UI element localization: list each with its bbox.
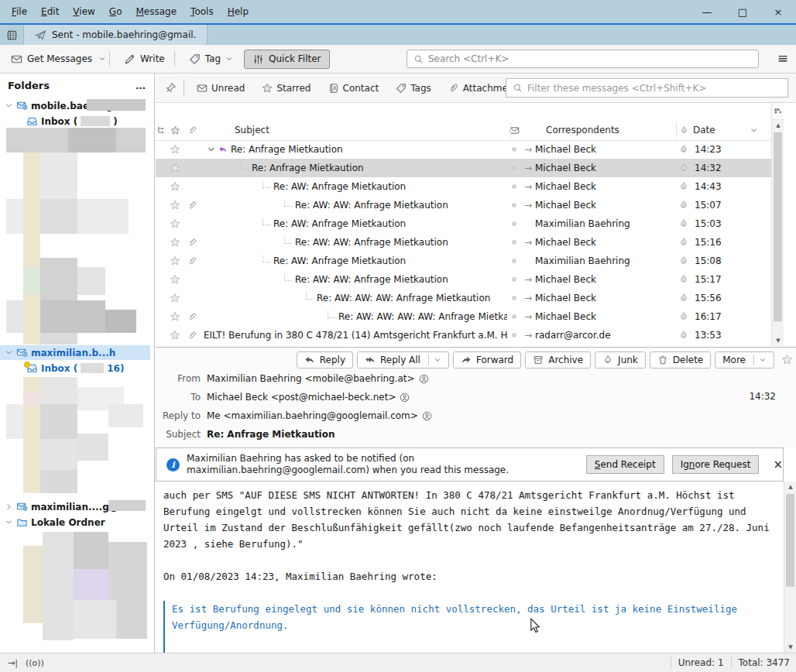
read-status-icon[interactable] <box>507 145 521 154</box>
quick-filter-contact[interactable]: Contact <box>323 80 385 97</box>
date-column-header[interactable]: Date <box>693 125 747 135</box>
read-status-icon[interactable] <box>507 219 521 228</box>
sidebar-item-inbox-1[interactable]: Inbox ( ) <box>26 114 118 129</box>
read-status-icon[interactable] <box>507 331 521 340</box>
read-status-icon[interactable] <box>507 293 521 303</box>
message-body-pane[interactable]: auch per SMS "AUF DIESE SMS NICHT ANTWOR… <box>156 482 784 653</box>
read-status-icon[interactable] <box>507 312 521 321</box>
reply-to-value[interactable]: Me <maximilian.baehring@googlemail.com> <box>207 410 418 421</box>
read-status-icon[interactable] <box>507 256 521 266</box>
message-row[interactable]: Re: AW: Anfrage MietkautionMaximilian Ba… <box>156 252 784 270</box>
spaces-toolbar-button[interactable] <box>0 25 23 45</box>
get-messages-dropdown-icon[interactable] <box>98 55 106 63</box>
junk-button[interactable]: Junk <box>595 351 646 369</box>
subject-cell[interactable]: Re: AW: AW: AW: Anfrage Mietkaution <box>201 293 507 303</box>
subject-cell[interactable]: Re: AW: AW: Anfrage Mietkaution <box>201 237 507 248</box>
to-value[interactable]: Michael Beck <post@michael-beck.net> <box>207 392 396 403</box>
chevron-down-icon[interactable] <box>5 518 13 526</box>
attachment-column-icon[interactable] <box>184 125 201 135</box>
subject-cell[interactable]: Re: AW: Anfrage Mietkaution <box>201 255 507 266</box>
subject-cell[interactable]: Re: AW: AW: Anfrage Mietkaution <box>201 200 507 211</box>
quick-filter-toggle[interactable]: Quick Filter <box>244 50 329 69</box>
menu-item-help[interactable]: Help <box>221 3 256 20</box>
message-row[interactable]: Re: Anfrage Mietkaution→Michael Beck14:3… <box>156 159 784 177</box>
scroll-up-icon[interactable]: ▲ <box>784 482 796 492</box>
menu-item-message[interactable]: Message <box>129 3 184 20</box>
correspondent-cell[interactable]: Michael Beck <box>535 163 674 173</box>
maximize-button[interactable]: □ <box>725 0 760 23</box>
read-status-icon[interactable] <box>507 163 521 173</box>
tab-sent[interactable]: Sent - mobile.baehring@gmail. <box>23 25 208 45</box>
junk-icon[interactable] <box>674 311 693 322</box>
app-menu-button[interactable]: ≡ <box>777 50 788 66</box>
close-notification-icon[interactable]: × <box>773 458 783 471</box>
thread-expander-icon[interactable] <box>207 145 216 154</box>
menu-item-file[interactable]: File <box>5 3 34 20</box>
star-icon[interactable] <box>166 200 184 211</box>
scroll-down-icon[interactable]: ▼ <box>784 642 796 653</box>
star-icon[interactable] <box>166 218 184 229</box>
scrollbar-thumb[interactable] <box>786 494 794 587</box>
junk-icon[interactable] <box>674 163 693 173</box>
correspondent-cell[interactable]: Michael Beck <box>535 181 674 192</box>
junk-icon[interactable] <box>674 255 693 266</box>
subject-column-header[interactable]: Subject <box>201 125 507 135</box>
column-picker-button[interactable] <box>771 103 784 120</box>
ignore-request-button[interactable]: Ignore Request <box>672 455 760 474</box>
correspondent-cell[interactable]: radarr@arcor.de <box>535 330 674 341</box>
star-icon[interactable] <box>166 144 184 155</box>
junk-icon[interactable] <box>674 144 693 155</box>
star-icon[interactable] <box>166 311 184 322</box>
correspondents-column-header[interactable]: Correspondents <box>535 125 674 135</box>
get-messages-button[interactable]: Get Messages <box>5 50 98 69</box>
message-row[interactable]: Re: AW: AW: AW: AW: Anfrage Mietkaution→… <box>156 307 784 326</box>
star-icon[interactable] <box>166 181 184 192</box>
chevron-down-icon[interactable] <box>5 101 13 110</box>
message-row[interactable]: Re: AW: Anfrage Mietkaution→Michael Beck… <box>156 177 784 196</box>
minimize-button[interactable]: — <box>689 0 725 23</box>
correspondent-cell[interactable]: Michael Beck <box>535 144 674 155</box>
correspondent-cell[interactable]: Maximilian Baehring <box>535 218 674 229</box>
send-receipt-button[interactable]: Send Receipt <box>586 455 664 474</box>
close-button[interactable]: × <box>760 0 796 23</box>
sidebar-item-local-folders[interactable]: Lokale Ordner <box>5 515 105 530</box>
sidebar-account-3[interactable]: maximilian....g@ <box>5 499 118 514</box>
subject-cell[interactable]: Re: AW: Anfrage Mietkaution <box>201 218 507 229</box>
menu-item-go[interactable]: Go <box>102 3 129 20</box>
quick-filter-input[interactable]: Filter these messages <Ctrl+Shift+K> <box>506 78 788 98</box>
star-icon[interactable] <box>166 163 184 173</box>
correspondent-cell[interactable]: Michael Beck <box>535 293 674 303</box>
quick-filter-unread[interactable]: Unread <box>191 80 250 97</box>
pin-icon[interactable] <box>165 82 177 94</box>
star-message-icon[interactable] <box>781 354 793 365</box>
read-status-icon[interactable] <box>507 182 521 191</box>
network-status-icon[interactable]: ((o)) <box>26 658 44 668</box>
junk-icon[interactable] <box>674 330 693 341</box>
contact-icon[interactable] <box>419 374 429 384</box>
contact-icon[interactable] <box>400 393 410 403</box>
star-icon[interactable] <box>166 330 184 341</box>
menu-item-tools[interactable]: Tools <box>184 3 221 20</box>
correspondent-cell[interactable]: Maximilian Baehring <box>535 255 674 266</box>
correspondent-cell[interactable]: Michael Beck <box>535 200 674 211</box>
message-row[interactable]: Re: AW: AW: Anfrage Mietkaution→Michael … <box>156 196 784 214</box>
reply-all-button[interactable]: Reply All <box>357 351 449 369</box>
message-list-scrollbar[interactable]: ▲ ▼ <box>771 120 784 346</box>
dropdown-icon[interactable] <box>753 355 767 365</box>
global-search-input[interactable]: Search <Ctrl+K> <box>407 50 759 68</box>
from-value[interactable]: Maximilian Baehring <mobile@baehring.at> <box>207 373 415 384</box>
subject-cell[interactable]: EILT! Berufung in 380 C 478/21 (14) Amts… <box>201 330 507 341</box>
dropdown-icon[interactable] <box>428 355 441 365</box>
star-icon[interactable] <box>166 255 184 266</box>
read-status-icon[interactable] <box>507 275 521 284</box>
message-row[interactable]: Re: AW: AW: Anfrage Mietkaution→Michael … <box>156 270 784 289</box>
correspondent-cell[interactable]: Michael Beck <box>535 237 674 248</box>
subject-cell[interactable]: Re: AW: Anfrage Mietkaution <box>201 181 507 192</box>
unread-column-icon[interactable] <box>507 125 521 135</box>
message-row[interactable]: Re: AW: Anfrage MietkautionMaximilian Ba… <box>156 214 784 233</box>
star-icon[interactable] <box>166 274 184 285</box>
folder-pane-menu-button[interactable]: … <box>136 80 146 91</box>
more-button[interactable]: More <box>715 351 774 369</box>
junk-column-icon[interactable] <box>674 125 693 135</box>
star-icon[interactable] <box>166 293 184 303</box>
